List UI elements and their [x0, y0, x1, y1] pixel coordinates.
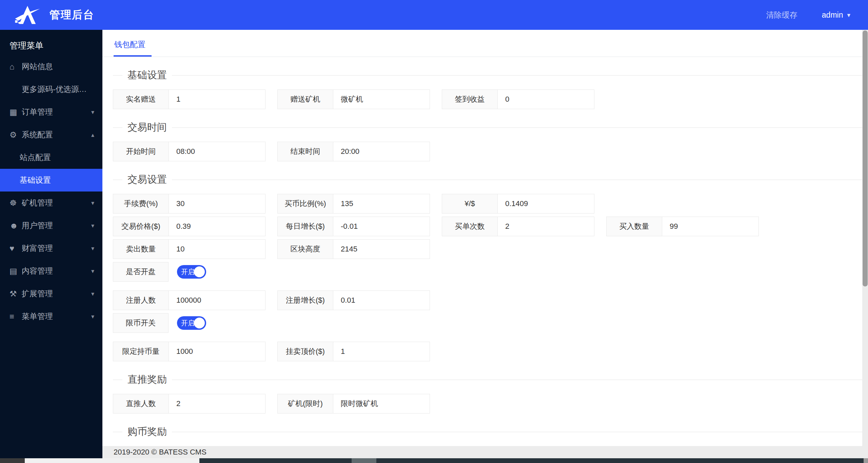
realname-gift-input[interactable] — [169, 90, 265, 109]
document-icon: ▤ — [9, 266, 22, 276]
sidebar-item-orders[interactable]: ▦ 订单管理 ▾ — [0, 101, 102, 123]
sell-cap-input[interactable] — [333, 342, 430, 361]
section-title-basic: 基础设置 — [113, 68, 862, 82]
sidebar-item-miners[interactable]: ☸ 矿机管理 ▾ — [0, 192, 102, 214]
tab-wallet-config[interactable]: 钱包配置 — [114, 39, 152, 57]
horizontal-scrollbar-thumb[interactable] — [25, 458, 199, 463]
sidebar-item-wealth[interactable]: ♥ 财富管理 ▾ — [0, 237, 102, 260]
field-holding-limit: 限定持币量 — [113, 342, 265, 361]
timed-miner-input[interactable] — [333, 394, 430, 413]
field-fee-percent: 手续费(%) — [113, 194, 265, 214]
gift-miner-input[interactable] — [333, 90, 430, 109]
section-title-buy-reward: 购币奖励 — [113, 425, 862, 439]
market-open-toggle[interactable]: 开启 — [177, 265, 206, 279]
bottom-scrollbar-strip[interactable] — [0, 458, 868, 463]
gears-icon: ⚙ — [9, 130, 22, 140]
daily-growth-input[interactable] — [333, 217, 430, 236]
field-register-count: 注册人数 — [113, 290, 265, 310]
sidebar-item-more-source[interactable]: 更多源码-优选源码yxy... — [0, 78, 102, 101]
users-icon: ☻ — [9, 221, 22, 230]
sidebar-item-site-settings[interactable]: 站点配置 — [0, 146, 102, 169]
register-count-input[interactable] — [169, 291, 265, 310]
sidebar: 管理菜单 ⌂ 网站信息 更多源码-优选源码yxy... ▦ 订单管理 ▾ ⚙ 系… — [0, 30, 102, 458]
top-header: 管理后台 清除缓存 admin ▾ — [0, 0, 868, 30]
buy-ratio-input[interactable] — [333, 194, 430, 213]
vertical-scrollbar[interactable] — [862, 30, 868, 458]
scrollbar-corner — [0, 458, 25, 463]
field-exchange-rate: ¥/$ — [442, 194, 594, 214]
section-title-trade-time: 交易时间 — [113, 121, 862, 134]
username: admin — [822, 11, 843, 20]
field-trade-price: 交易价格($) — [113, 217, 265, 236]
field-timed-miner: 矿机(限时) — [277, 394, 430, 414]
buy-amount-input[interactable] — [662, 217, 758, 236]
brand-logo-icon — [14, 5, 41, 24]
section-title-trade-settings: 交易设置 — [113, 173, 862, 186]
brand: 管理后台 — [0, 5, 94, 24]
holding-limit-input[interactable] — [169, 342, 265, 361]
wallet-config-form: 基础设置 实名赠送 赠送矿机 签到收益 交易时间 — [102, 57, 862, 446]
field-block-height: 区块高度 — [277, 239, 430, 259]
field-direct-referrals: 直推人数 — [113, 394, 265, 414]
coin-limit-toggle[interactable]: 开启 — [177, 316, 206, 330]
field-daily-growth: 每日增长($) — [277, 217, 430, 236]
home-icon: ⌂ — [9, 62, 22, 72]
sidebar-item-menus[interactable]: ≡ 菜单管理 ▾ — [0, 305, 102, 328]
chevron-down-icon: ▾ — [91, 313, 94, 320]
field-sell-amount: 卖出数量 — [113, 239, 265, 259]
end-time-input[interactable] — [333, 142, 430, 161]
chevron-down-icon: ▾ — [847, 11, 850, 19]
menu-bars-icon: ≡ — [9, 312, 22, 321]
credit-card-icon: ▦ — [9, 107, 22, 117]
register-growth-input[interactable] — [333, 291, 430, 310]
field-realname-gift: 实名赠送 — [113, 89, 265, 109]
toggle-knob — [194, 266, 205, 277]
field-buy-amount: 买入数量 — [606, 217, 759, 236]
scrollbar-corner — [864, 458, 868, 463]
section-title-direct-reward: 直推奖励 — [113, 373, 862, 386]
field-buy-ratio: 买币比例(%) — [277, 194, 430, 214]
start-time-input[interactable] — [169, 142, 265, 161]
sidebar-item-site-info[interactable]: ⌂ 网站信息 — [0, 55, 102, 78]
chevron-up-icon: ▴ — [91, 131, 94, 139]
field-signin-income: 签到收益 — [442, 89, 594, 109]
chevron-down-icon: ▾ — [91, 290, 94, 298]
app-title: 管理后台 — [50, 8, 94, 22]
sidebar-item-extensions[interactable]: ⚒ 扩展管理 ▾ — [0, 282, 102, 305]
wrench-icon: ⚒ — [9, 289, 22, 299]
miner-wheel-icon: ☸ — [9, 198, 22, 208]
sell-amount-input[interactable] — [169, 240, 265, 259]
signin-income-input[interactable] — [498, 90, 594, 109]
vertical-scrollbar-thumb[interactable] — [863, 31, 868, 286]
toggle-knob — [194, 318, 205, 328]
field-register-growth: 注册增长($) — [277, 290, 430, 310]
field-gift-miner: 赠送矿机 — [277, 89, 430, 109]
sidebar-item-system-config[interactable]: ⚙ 系统配置 ▴ — [0, 123, 102, 146]
tab-bar: 钱包配置 — [102, 30, 862, 57]
chevron-down-icon: ▾ — [91, 108, 94, 116]
market-open-label: 是否开盘 — [113, 262, 169, 282]
admin-app: 管理后台 清除缓存 admin ▾ 管理菜单 ⌂ 网站信息 更多源码-优选源码y… — [0, 0, 868, 463]
heartbeat-icon: ♥ — [9, 244, 22, 253]
user-menu[interactable]: admin ▾ — [822, 11, 850, 20]
trade-price-input[interactable] — [169, 217, 265, 236]
field-buy-order-times: 买单次数 — [442, 217, 594, 236]
sidebar-item-users[interactable]: ☻ 用户管理 ▾ — [0, 214, 102, 237]
scrollbar-block — [352, 458, 376, 463]
sidebar-item-content[interactable]: ▤ 内容管理 ▾ — [0, 260, 102, 282]
main-panel: 钱包配置 基础设置 实名赠送 赠送矿机 签到收益 — [102, 30, 862, 458]
fee-percent-input[interactable] — [169, 194, 265, 213]
clear-cache-link[interactable]: 清除缓存 — [766, 10, 797, 20]
coin-limit-label: 限币开关 — [113, 313, 169, 333]
direct-referrals-input[interactable] — [169, 394, 265, 413]
chevron-down-icon: ▾ — [91, 245, 94, 252]
block-height-input[interactable] — [333, 240, 430, 259]
field-end-time: 结束时间 — [277, 142, 430, 161]
footer: 2019-2020 © BATESS CMS — [102, 446, 862, 458]
chevron-down-icon: ▾ — [91, 267, 94, 275]
header-actions: 清除缓存 admin ▾ — [766, 10, 868, 20]
exchange-rate-input[interactable] — [498, 194, 594, 213]
field-start-time: 开始时间 — [113, 142, 265, 161]
sidebar-item-basic-settings[interactable]: 基础设置 — [0, 169, 102, 192]
buy-order-times-input[interactable] — [498, 217, 594, 236]
